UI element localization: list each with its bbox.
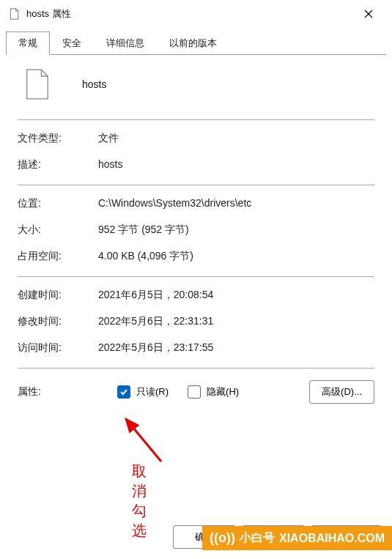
hidden-checkbox-wrap[interactable]: 隐藏(H) [188,385,239,399]
titlebar: hosts 属性 [0,0,392,28]
attributes-label: 属性: [18,385,98,399]
readonly-checkbox-wrap[interactable]: 只读(R) [117,385,169,399]
separator [18,119,374,120]
dialog-buttons: 确定 取消 应用(A) [0,525,392,549]
cancel-button[interactable]: 取消 [242,525,305,549]
window-title: hosts 属性 [26,7,352,21]
advanced-button[interactable]: 高级(D)... [309,380,374,404]
svg-line-2 [126,419,161,462]
close-icon [364,10,373,18]
tab-general[interactable]: 常规 [6,32,50,55]
accessed-value: 2022年5月6日，23:17:55 [98,341,374,355]
separator [18,276,374,277]
apply-button[interactable]: 应用(A) [311,525,382,549]
filename-input[interactable] [82,75,374,93]
size-on-disk-label: 占用空间: [18,250,98,263]
description-label: 描述: [18,158,98,171]
filetype-label: 文件类型: [18,132,98,145]
created-value: 2021年6月5日，20:08:54 [98,289,374,302]
modified-label: 修改时间: [18,315,98,328]
description-value: hosts [98,158,374,171]
tab-bar: 常规 安全 详细信息 以前的版本 [6,31,386,55]
separator [18,368,374,369]
size-value: 952 字节 (952 字节) [98,223,374,237]
size-label: 大小: [18,223,98,237]
filetype-value: 文件 [98,132,374,145]
ok-button[interactable]: 确定 [173,525,236,549]
location-value: C:\Windows\System32\drivers\etc [98,197,374,210]
separator [18,185,374,185]
readonly-checkbox[interactable] [117,385,130,399]
location-label: 位置: [18,197,98,210]
hidden-label: 隐藏(H) [207,385,239,399]
readonly-label: 只读(R) [136,385,169,399]
general-panel: 文件类型: 文件 描述: hosts 位置: C:\Windows\System… [0,55,392,423]
hidden-checkbox[interactable] [188,385,201,399]
file-icon [9,8,21,20]
tab-details[interactable]: 详细信息 [94,32,157,55]
tab-previous-versions[interactable]: 以前的版本 [157,32,229,55]
accessed-label: 访问时间: [18,341,98,355]
size-on-disk-value: 4.00 KB (4,096 字节) [98,250,374,263]
modified-value: 2022年5月6日，22:31:31 [98,315,374,328]
filename-row [18,68,374,114]
file-type-icon [18,68,59,100]
close-button[interactable] [352,3,385,25]
tab-security[interactable]: 安全 [50,32,94,55]
check-icon [119,388,128,396]
created-label: 创建时间: [18,289,98,302]
